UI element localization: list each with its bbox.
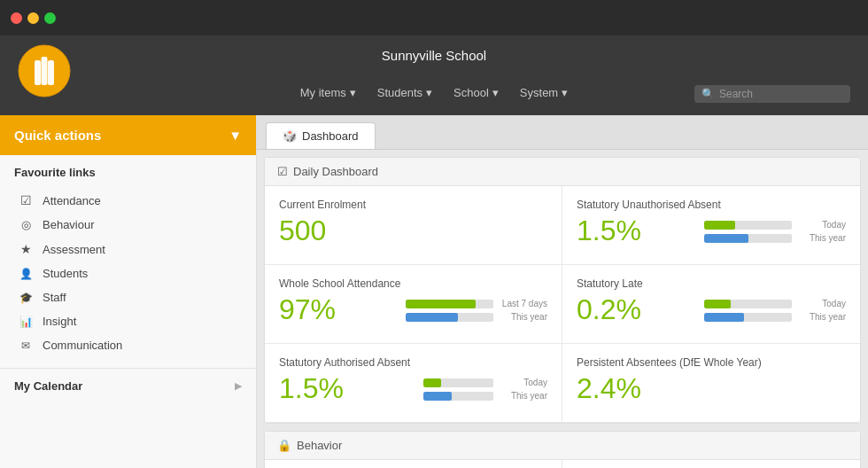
sidebar-item-assessment[interactable]: ★ Assessment	[14, 237, 242, 261]
sidebar-item-students[interactable]: 👤 Students	[14, 261, 242, 285]
app-logo	[18, 44, 71, 98]
main-content: 🎲 Dashboard ☑ Daily Dashboard Current En…	[257, 115, 868, 468]
stat-value-persist: 2.4%	[577, 374, 846, 402]
assessment-icon: ★	[18, 242, 34, 256]
tab-dashboard[interactable]: 🎲 Dashboard	[266, 122, 376, 149]
window-chrome	[0, 0, 868, 35]
behavior-icon: 🔒	[277, 439, 291, 452]
minimize-button[interactable]	[27, 12, 39, 24]
nav-students[interactable]: Students ▾	[377, 86, 432, 99]
bar-year-unauth: This year	[704, 233, 846, 243]
chevron-right-icon: ▶	[235, 380, 242, 392]
bar-year-wsa: This year	[406, 312, 547, 322]
sidebar-item-insight[interactable]: 📊 Insight	[14, 309, 242, 333]
stat-statutory-late: Statutory Late 0.2% Today This year	[562, 265, 860, 344]
nav-my-items[interactable]: My items ▾	[300, 86, 356, 99]
stat-value-unauth: 1.5%	[577, 216, 641, 245]
favourite-links-section: Favourite links ☑ Attendance ◎ Behaviour…	[0, 155, 256, 369]
search-box[interactable]: 🔍	[694, 85, 850, 103]
stat-unauthorised-absent: Statutory Unauthorised Absent 1.5% Today…	[562, 186, 860, 265]
favourite-links-title: Favourite links	[14, 166, 242, 179]
sidebar: Quick actions ▼ Favourite links ☑ Attend…	[0, 115, 257, 468]
stat-whole-school-attendance: Whole School Attendance 97% Last 7 days …	[265, 265, 562, 344]
stat-value-enrolment: 500	[279, 216, 547, 245]
section-check-icon: ☑	[277, 165, 288, 178]
daily-dashboard-header: ☑ Daily Dashboard	[265, 158, 860, 186]
stat-label-auth: Statutory Authorised Absent	[279, 356, 547, 369]
staff-icon: 🎓	[18, 292, 34, 304]
svg-rect-3	[48, 60, 54, 85]
stat-label-unauth: Statutory Unauthorised Absent	[577, 199, 846, 211]
sidebar-item-communication[interactable]: ✉ Communication	[14, 333, 242, 357]
stat-label-persist: Persistent Absentees (DfE Whole Year)	[577, 356, 846, 369]
stat-value-auth: 1.5%	[279, 374, 344, 402]
bar-7days-wsa: Last 7 days	[406, 299, 547, 308]
permanent-exclusions-cell: Permanent Exclusions	[562, 460, 860, 468]
svg-rect-1	[35, 60, 41, 85]
stat-label-wsa: Whole School Attendance	[279, 277, 547, 290]
stat-value-wsa: 97%	[279, 295, 336, 324]
sidebar-item-staff[interactable]: 🎓 Staff	[14, 285, 242, 309]
daily-dashboard-section: ☑ Daily Dashboard Current Enrolment 500 …	[264, 157, 861, 424]
search-icon: 🔍	[701, 88, 715, 100]
dashboard-tab-icon: 🎲	[283, 129, 297, 143]
bar-today-auth: Today	[423, 378, 547, 387]
traffic-lights	[11, 12, 56, 24]
bar-today-unauth: Today	[704, 220, 846, 230]
stats-grid: Current Enrolment 500 Statutory Unauthor…	[265, 186, 860, 423]
main-layout: Quick actions ▼ Favourite links ☑ Attend…	[0, 115, 868, 468]
stat-authorised-absent: Statutory Authorised Absent 1.5% Today T…	[265, 344, 562, 423]
dashboard-tabs: 🎲 Dashboard	[257, 115, 868, 150]
stat-label-late: Statutory Late	[577, 277, 846, 290]
communication-icon: ✉	[18, 339, 34, 352]
behavior-grid: Behaviour Points Per Week Permanent Excl…	[265, 460, 860, 468]
stat-current-enrolment: Current Enrolment 500	[265, 186, 562, 265]
stat-persistent-absentees: Persistent Absentees (DfE Whole Year) 2.…	[562, 344, 860, 423]
nav-school[interactable]: School ▾	[453, 86, 499, 99]
students-icon: 👤	[18, 268, 34, 280]
sidebar-item-behaviour[interactable]: ◎ Behaviour	[14, 213, 242, 237]
insight-icon: 📊	[18, 316, 34, 328]
bar-year-auth: This year	[423, 391, 547, 401]
behavior-header: 🔒 Behavior	[265, 432, 860, 460]
school-name: Sunnyville School	[382, 48, 486, 63]
behavior-section: 🔒 Behavior Behaviour Points Per Week Per…	[264, 431, 861, 468]
maximize-button[interactable]	[44, 12, 56, 24]
behaviour-icon: ◎	[18, 218, 34, 231]
svg-rect-2	[42, 57, 48, 85]
stat-label-enrolment: Current Enrolment	[279, 199, 547, 211]
chevron-down-icon: ▼	[229, 128, 242, 143]
bar-today-late: Today	[704, 299, 846, 308]
stat-value-late: 0.2%	[577, 295, 641, 324]
my-calendar-title: My Calendar	[14, 379, 82, 393]
sidebar-item-attendance[interactable]: ☑ Attendance	[14, 188, 242, 213]
quick-actions-button[interactable]: Quick actions ▼	[0, 115, 256, 155]
attendance-icon: ☑	[18, 193, 34, 207]
nav-menu: My items ▾ Students ▾ School ▾ System ▾	[300, 86, 568, 106]
bar-year-late: This year	[704, 312, 846, 322]
my-calendar-section[interactable]: My Calendar ▶	[0, 369, 256, 403]
nav-system[interactable]: System ▾	[520, 86, 568, 99]
nav-bar: Sunnyville School My items ▾ Students ▾ …	[0, 35, 868, 115]
search-input[interactable]	[719, 88, 843, 100]
behavior-points-cell: Behaviour Points Per Week	[265, 460, 562, 468]
close-button[interactable]	[11, 12, 22, 24]
